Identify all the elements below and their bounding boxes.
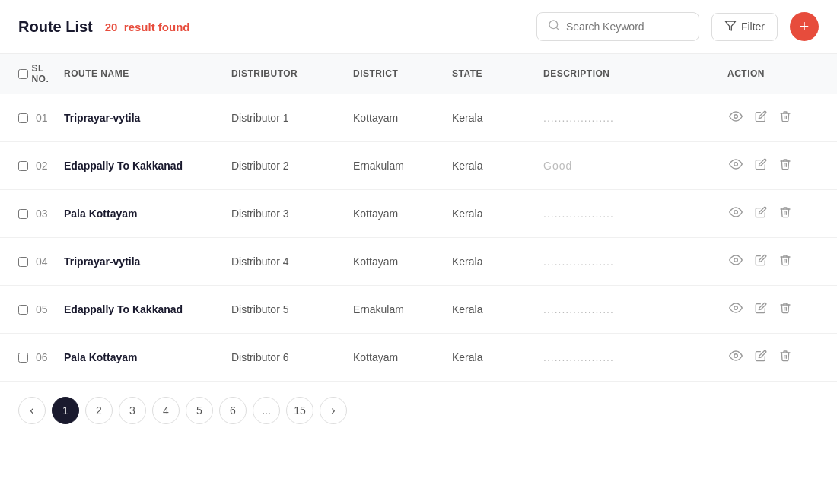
view-button[interactable]	[727, 347, 744, 367]
edit-button[interactable]	[753, 348, 769, 366]
view-button[interactable]	[727, 156, 744, 176]
row-state: Kerala	[452, 160, 543, 172]
edit-button[interactable]	[753, 157, 769, 175]
header-checkbox-col: SL NO.	[18, 63, 64, 84]
row-checkbox[interactable]	[18, 113, 28, 123]
row-sl-col: 05	[18, 303, 64, 315]
row-sl: 06	[36, 351, 48, 363]
filter-icon	[724, 20, 737, 34]
row-sl: 05	[36, 303, 48, 315]
row-sl-col: 03	[18, 208, 64, 220]
svg-point-4	[734, 163, 738, 166]
add-button[interactable]: +	[790, 12, 819, 41]
prev-page-button[interactable]: ‹	[18, 397, 46, 424]
row-sl-col: 04	[18, 255, 64, 268]
row-actions	[727, 347, 819, 367]
row-sl-col: 01	[18, 112, 64, 124]
row-state: Kerala	[452, 303, 543, 315]
row-distributor: Distributor 4	[231, 255, 353, 268]
row-route-name: Edappally To Kakkanad	[64, 303, 231, 315]
row-state: Kerala	[452, 208, 543, 220]
table-row: 05 Edappally To Kakkanad Distributor 5 E…	[0, 286, 837, 334]
edit-button[interactable]	[753, 300, 769, 319]
row-district: Ernakulam	[353, 160, 452, 172]
delete-button[interactable]	[778, 157, 793, 175]
page-5-button[interactable]: 5	[186, 397, 213, 424]
col-action: ACTION	[727, 68, 819, 79]
row-checkbox[interactable]	[18, 353, 28, 363]
row-district: Kottayam	[353, 255, 452, 268]
row-route-name: Pala Kottayam	[64, 208, 231, 220]
row-sl: 04	[36, 255, 48, 268]
page-2-button[interactable]: 2	[85, 397, 113, 424]
result-number: 20	[105, 21, 118, 33]
page-header: Route List 20 result found Filter +	[0, 0, 837, 54]
search-box[interactable]	[536, 12, 699, 41]
view-button[interactable]	[727, 108, 744, 128]
table-row: 03 Pala Kottayam Distributor 3 Kottayam …	[0, 190, 837, 238]
row-checkbox[interactable]	[18, 305, 28, 315]
pagination: ‹123456...15›	[0, 382, 837, 439]
table-row: 02 Edappally To Kakkanad Distributor 2 E…	[0, 142, 837, 190]
row-district: Kottayam	[353, 351, 452, 363]
row-description: ...................	[543, 351, 727, 363]
row-description: Good	[543, 160, 727, 172]
svg-point-3	[734, 115, 738, 119]
row-description: ...................	[543, 303, 727, 315]
delete-button[interactable]	[778, 252, 793, 271]
svg-marker-2	[725, 21, 735, 30]
delete-button[interactable]	[778, 348, 793, 366]
delete-button[interactable]	[778, 109, 793, 127]
page-3-button[interactable]: 3	[119, 397, 146, 424]
svg-point-5	[734, 211, 738, 214]
row-checkbox[interactable]	[18, 209, 28, 219]
row-description: ...................	[543, 112, 727, 124]
view-button[interactable]	[727, 300, 744, 319]
col-state: STATE	[452, 68, 543, 79]
edit-button[interactable]	[753, 109, 769, 127]
row-distributor: Distributor 3	[231, 208, 353, 220]
add-icon: +	[800, 18, 810, 35]
page-ellipsis: ...	[253, 397, 280, 424]
row-description: ...................	[543, 208, 727, 220]
col-district: DISTRICT	[353, 68, 452, 79]
row-checkbox[interactable]	[18, 161, 28, 171]
row-state: Kerala	[452, 255, 543, 268]
select-all-checkbox[interactable]	[18, 69, 28, 79]
row-sl-col: 02	[18, 160, 64, 172]
table-row: 04 Triprayar-vytila Distributor 4 Kottay…	[0, 238, 837, 286]
row-state: Kerala	[452, 112, 543, 124]
view-button[interactable]	[727, 204, 744, 223]
row-sl: 02	[36, 160, 48, 172]
row-district: Kottayam	[353, 112, 452, 124]
svg-point-8	[734, 354, 738, 358]
row-district: Kottayam	[353, 208, 452, 220]
page-1-button[interactable]: 1	[52, 397, 79, 424]
row-checkbox[interactable]	[18, 257, 28, 267]
page-15-button[interactable]: 15	[286, 397, 313, 424]
table-body: 01 Triprayar-vytila Distributor 1 Kottay…	[0, 94, 837, 382]
delete-button[interactable]	[778, 300, 793, 319]
row-distributor: Distributor 1	[231, 112, 353, 124]
search-icon	[548, 19, 560, 34]
row-route-name: Edappally To Kakkanad	[64, 160, 231, 172]
row-description: ...................	[543, 255, 727, 268]
filter-button[interactable]: Filter	[711, 13, 778, 41]
edit-button[interactable]	[753, 252, 769, 271]
row-actions	[727, 108, 819, 128]
page-4-button[interactable]: 4	[152, 397, 180, 424]
row-actions	[727, 300, 819, 319]
view-button[interactable]	[727, 252, 744, 271]
edit-button[interactable]	[753, 204, 769, 223]
page-6-button[interactable]: 6	[219, 397, 247, 424]
table-header: SL NO. ROUTE NAME DISTRIBUTOR DISTRICT S…	[0, 54, 837, 94]
row-distributor: Distributor 5	[231, 303, 353, 315]
row-distributor: Distributor 6	[231, 351, 353, 363]
delete-button[interactable]	[778, 204, 793, 223]
search-input[interactable]	[566, 21, 688, 33]
row-actions	[727, 204, 819, 223]
col-route-name: ROUTE NAME	[64, 68, 231, 79]
row-route-name: Triprayar-vytila	[64, 255, 231, 268]
next-page-button[interactable]: ›	[320, 397, 347, 424]
page-title: Route List	[18, 18, 93, 36]
